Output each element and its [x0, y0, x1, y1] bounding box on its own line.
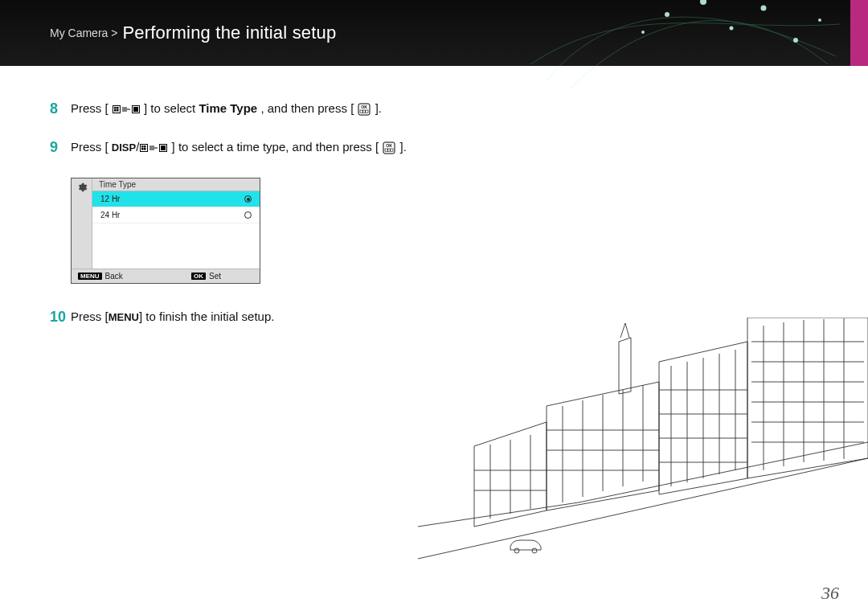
- svg-rect-30: [391, 149, 393, 151]
- svg-point-5: [793, 38, 798, 43]
- radio-unselected-icon: [244, 211, 252, 219]
- screen-title: Time Type: [92, 178, 260, 191]
- text: Press [: [71, 140, 108, 154]
- step-text: Press [MENU] to finish the initial setup…: [71, 308, 274, 326]
- page-number: 36: [821, 583, 839, 604]
- text: ] to select a time type, and then press …: [172, 140, 379, 154]
- svg-text:OK: OK: [362, 105, 368, 109]
- step-number: 10: [50, 308, 71, 326]
- content-area: 8 Press [ ] to select Time Type , and th…: [0, 66, 466, 326]
- thumbnail-icon: [140, 142, 167, 154]
- step-number: 8: [50, 100, 71, 117]
- page-title: Performing the initial setup: [122, 23, 336, 43]
- screen-footer: MENU Back OK Set: [72, 269, 260, 283]
- svg-rect-11: [117, 109, 119, 112]
- svg-point-1: [700, 0, 706, 5]
- menu-label: MENU: [108, 311, 139, 323]
- step-9: 9 Press [ DISP/ ] to select a time type,…: [50, 138, 466, 157]
- ok-button-icon: OK: [191, 273, 206, 280]
- svg-rect-17: [363, 110, 366, 113]
- svg-rect-25: [161, 146, 166, 150]
- text: ] to select: [144, 101, 199, 115]
- text: ] to finish the initial setup.: [139, 310, 274, 323]
- step-8: 8 Press [ ] to select Time Type , and th…: [50, 100, 466, 117]
- svg-rect-8: [114, 107, 117, 109]
- svg-point-3: [761, 6, 767, 11]
- menu-button-icon: MENU: [78, 273, 102, 280]
- text: Press [: [71, 101, 108, 115]
- city-line-art: [418, 318, 868, 583]
- step-text: Press [ ] to select Time Type , and then…: [71, 100, 382, 117]
- svg-rect-18: [366, 110, 368, 113]
- bold-text: Time Type: [199, 101, 257, 115]
- option-24hr[interactable]: 24 Hr: [92, 207, 260, 223]
- blank-area: [92, 223, 260, 269]
- settings-tab-icon: [72, 178, 92, 269]
- option-12hr[interactable]: 12 Hr: [92, 191, 260, 207]
- step-10: 10 Press [MENU] to finish the initial se…: [50, 308, 466, 326]
- svg-rect-23: [144, 148, 146, 150]
- svg-text:OK: OK: [387, 143, 393, 148]
- footer-back[interactable]: MENU Back: [72, 269, 129, 283]
- disp-label: DISP: [112, 141, 136, 154]
- ok-dpad-icon: OK: [383, 141, 395, 154]
- text: Press [: [71, 310, 108, 323]
- svg-point-0: [665, 12, 669, 17]
- camera-screen-mock: Time Type 12 Hr 24 Hr MENU Back OK S: [71, 178, 260, 284]
- text: ].: [375, 101, 382, 115]
- step-text: Press [ DISP/ ] to select a time type, a…: [71, 138, 407, 157]
- svg-rect-13: [133, 107, 138, 112]
- text: ].: [400, 140, 407, 154]
- thumbnail-icon: [113, 104, 140, 115]
- ok-dpad-icon: OK: [358, 103, 371, 116]
- page-header: My Camera > Performing the initial setup: [0, 0, 868, 66]
- svg-rect-16: [360, 110, 362, 113]
- breadcrumb: My Camera >: [50, 27, 117, 39]
- decorative-swirl: [522, 0, 844, 113]
- svg-rect-28: [385, 149, 387, 151]
- step-number: 9: [50, 138, 71, 156]
- svg-rect-21: [144, 146, 146, 148]
- pink-side-tab: [850, 0, 868, 66]
- option-label: 12 Hr: [100, 195, 120, 203]
- footer-set[interactable]: OK Set: [185, 269, 227, 283]
- svg-point-2: [730, 27, 734, 31]
- svg-rect-29: [388, 149, 391, 151]
- svg-rect-9: [117, 107, 119, 109]
- radio-selected-icon: [244, 195, 252, 203]
- svg-point-31: [514, 548, 519, 553]
- svg-rect-10: [114, 109, 117, 112]
- text: , and then press [: [260, 101, 354, 115]
- footer-set-label: Set: [209, 272, 221, 281]
- svg-point-4: [641, 31, 645, 34]
- svg-point-32: [532, 548, 537, 553]
- svg-point-6: [818, 18, 821, 22]
- svg-rect-22: [141, 148, 144, 150]
- option-label: 24 Hr: [100, 211, 120, 219]
- footer-back-label: Back: [105, 272, 123, 281]
- svg-rect-20: [141, 146, 144, 148]
